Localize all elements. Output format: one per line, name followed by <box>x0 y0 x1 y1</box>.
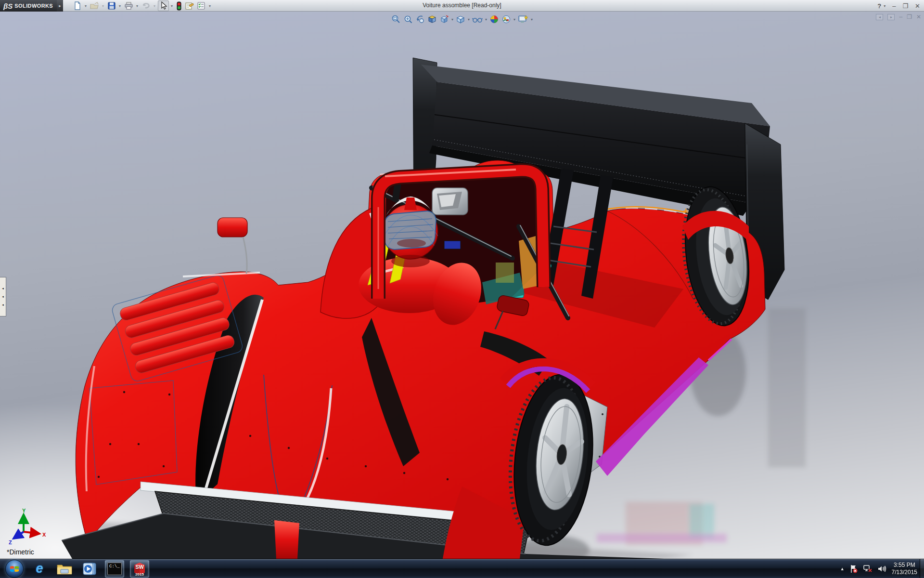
left-mirror <box>218 218 247 274</box>
command-prompt-icon: C:\_ <box>107 563 122 575</box>
triad-x-label: X <box>42 532 46 538</box>
start-button[interactable] <box>5 560 24 578</box>
flyout-arrow: ◂ <box>2 295 4 299</box>
help-dropdown[interactable]: ▾ <box>884 4 886 8</box>
featuremanager-flyout-tab[interactable]: ◂ ◂ ◂ <box>0 277 6 316</box>
solidworks-2015-button[interactable]: SW 2015 <box>130 560 149 578</box>
orientation-triad: Y X Z <box>8 508 48 545</box>
triad-z-label: Z <box>9 539 12 545</box>
section-view-button[interactable] <box>426 14 438 25</box>
view-settings-button[interactable] <box>517 14 529 25</box>
zoom-to-fit-icon <box>391 14 401 24</box>
apply-scene-dropdown[interactable]: ▾ <box>513 17 515 22</box>
display-style-dropdown[interactable]: ▾ <box>468 17 470 22</box>
restore-button[interactable]: ❐ <box>902 2 908 10</box>
view-orientation-dropdown[interactable]: ▾ <box>451 17 453 22</box>
folder-icon <box>57 563 72 575</box>
grille-pylon <box>274 520 299 559</box>
doc-restore-button[interactable]: ❐ <box>907 14 912 20</box>
minimize-button[interactable]: – <box>892 2 896 10</box>
collapse-pane-left-icon[interactable]: ◂ <box>876 14 883 20</box>
zoom-to-area-button[interactable] <box>402 14 414 25</box>
apply-scene-icon <box>501 14 511 24</box>
previous-view-icon <box>415 14 425 24</box>
windows-start-orb-icon <box>5 560 24 578</box>
view-orientation-button[interactable] <box>438 14 450 25</box>
document-window-controls: ◂ ▸ – ❐ ✕ <box>876 14 921 20</box>
system-tray: ▲ 3:55 PM <box>840 559 917 578</box>
show-desktop-button[interactable] <box>920 559 924 578</box>
zoom-to-fit-button[interactable] <box>390 14 402 25</box>
car-model[interactable] <box>0 12 924 559</box>
section-view-icon <box>427 14 437 24</box>
doc-close-button[interactable]: ✕ <box>916 14 921 20</box>
hide-show-items-icon <box>472 14 483 24</box>
title-bar: βS SOLIDWORKS ▸ ▾ ▾ ▾ <box>0 0 924 12</box>
window-title: Voiture assomblee [Read-only] <box>0 2 924 9</box>
command-prompt-button[interactable]: C:\_ <box>105 560 124 578</box>
window-controls: ? ▾ – ❐ ✕ <box>877 0 920 12</box>
windows-explorer-button[interactable] <box>55 560 74 578</box>
view-orientation-icon <box>439 14 449 24</box>
help-button[interactable]: ? <box>877 2 881 10</box>
triad-y-label: Y <box>22 508 26 513</box>
taskbar-clock[interactable]: 3:55 PM 7/13/2015 <box>892 562 917 576</box>
clock-date: 7/13/2015 <box>892 569 917 576</box>
view-settings-icon <box>518 14 528 24</box>
display-style-button[interactable] <box>455 14 466 25</box>
network-error-icon[interactable] <box>863 565 873 573</box>
close-button[interactable]: ✕ <box>915 2 920 10</box>
clock-time: 3:55 PM <box>892 562 917 569</box>
media-player-button[interactable] <box>80 560 99 578</box>
collapse-pane-right-icon[interactable]: ▸ <box>887 14 895 20</box>
flyout-arrow: ◂ <box>2 303 4 307</box>
internet-explorer-icon: e <box>36 562 43 575</box>
volume-icon[interactable] <box>877 565 887 573</box>
previous-view-button[interactable] <box>414 14 426 25</box>
headsup-view-toolbar: ▾ ▾ ▾ <box>390 14 534 25</box>
internet-explorer-button[interactable]: e <box>30 560 49 578</box>
zoom-to-area-icon <box>403 14 413 24</box>
action-center-flag-icon[interactable] <box>849 565 858 573</box>
view-settings-dropdown[interactable]: ▾ <box>531 17 533 22</box>
edit-appearance-icon <box>489 14 499 24</box>
graphics-viewport[interactable]: ◂ ▸ – ❐ ✕ <box>0 12 924 559</box>
media-player-icon <box>82 562 97 576</box>
show-hidden-icons-button[interactable]: ▲ <box>840 566 845 571</box>
apply-scene-button[interactable] <box>500 14 512 25</box>
hide-show-items-dropdown[interactable]: ▾ <box>485 17 487 22</box>
solidworks-2015-icon: SW 2015 <box>132 562 147 576</box>
flyout-arrow: ◂ <box>2 287 4 290</box>
display-style-icon <box>456 14 465 24</box>
doc-minimize-button[interactable]: – <box>899 14 902 20</box>
center-mirror-housing <box>432 188 468 215</box>
hide-show-items-button[interactable] <box>471 14 484 25</box>
windows-taskbar: e C:\_ <box>0 559 924 578</box>
edit-appearance-button[interactable] <box>488 14 500 25</box>
view-orientation-label: *Dimetric <box>7 548 34 556</box>
